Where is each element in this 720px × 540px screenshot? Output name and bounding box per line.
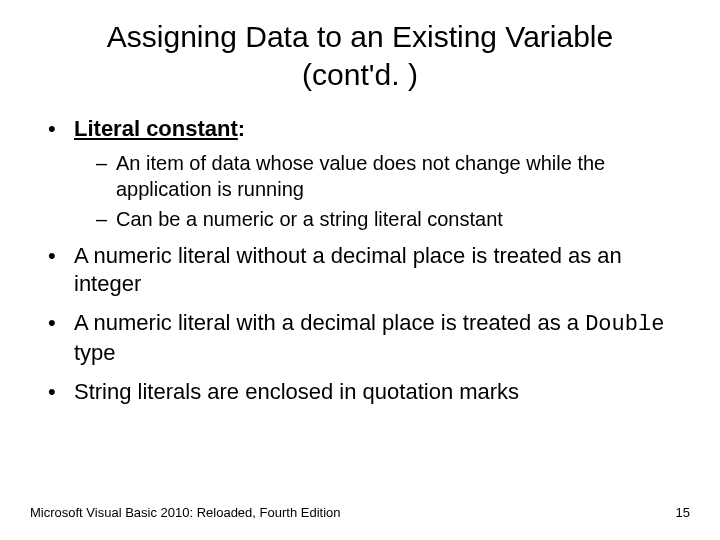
sub-bullet-types: Can be a numeric or a string literal con… (96, 206, 690, 232)
page-number: 15 (676, 505, 690, 520)
title-line-2: (cont'd. ) (302, 58, 418, 91)
bullet-integer: A numeric literal without a decimal plac… (48, 242, 690, 299)
double-code: Double (585, 312, 664, 337)
bullet-string: String literals are enclosed in quotatio… (48, 378, 690, 407)
title-line-1: Assigning Data to an Existing Variable (107, 20, 613, 53)
slide-title: Assigning Data to an Existing Variable (… (30, 18, 690, 93)
sub-list: An item of data whose value does not cha… (96, 150, 690, 232)
footer: Microsoft Visual Basic 2010: Reloaded, F… (30, 505, 690, 520)
double-pre: A numeric literal with a decimal place i… (74, 310, 585, 335)
footer-text: Microsoft Visual Basic 2010: Reloaded, F… (30, 505, 340, 520)
bullet-literal-constant: Literal constant: An item of data whose … (48, 115, 690, 232)
sub-bullet-definition: An item of data whose value does not cha… (96, 150, 690, 202)
slide: Assigning Data to an Existing Variable (… (0, 0, 720, 540)
bullet-list: Literal constant: An item of data whose … (48, 115, 690, 407)
bullet-double: A numeric literal with a decimal place i… (48, 309, 690, 368)
literal-constant-label: Literal constant (74, 116, 238, 141)
literal-constant-colon: : (238, 116, 245, 141)
double-post: type (74, 340, 116, 365)
